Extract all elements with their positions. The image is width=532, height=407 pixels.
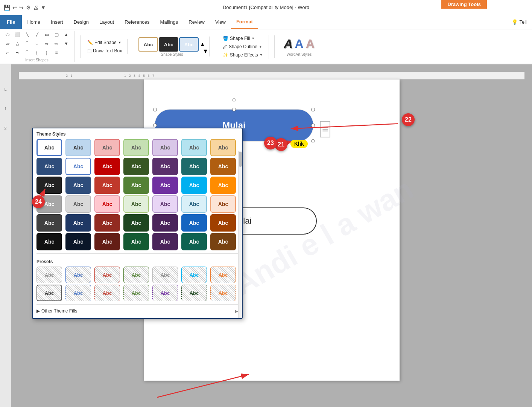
theme-swatch-g1[interactable]: Abc [36, 214, 62, 232]
theme-swatch-g3[interactable]: Abc [94, 214, 120, 232]
theme-swatch-d6[interactable]: Abc [181, 158, 207, 175]
preset-swatch-6[interactable]: Abc [181, 267, 207, 283]
theme-swatch-w4[interactable]: Abc [123, 139, 149, 156]
style-swatch-2[interactable]: Abc [159, 37, 178, 52]
wordart-sample-3[interactable]: A [306, 37, 315, 51]
theme-swatch-e2[interactable]: Abc [65, 177, 91, 194]
line2-btn[interactable]: ╱ [32, 31, 41, 38]
preset-swatch-2[interactable]: Abc [65, 267, 91, 283]
s4-btn[interactable]: { [32, 49, 41, 56]
theme-swatch-w7[interactable]: Abc [210, 139, 236, 156]
theme-swatch-d7[interactable]: Abc [210, 158, 236, 175]
text-box-btn[interactable]: ⬜ [13, 31, 22, 38]
expand-btn[interactable]: ▼ [62, 40, 71, 47]
s5-btn[interactable]: } [42, 49, 51, 56]
more-icon[interactable]: ▼ [41, 5, 46, 11]
line-btn[interactable]: ╲ [23, 31, 32, 38]
theme-swatch-e4[interactable]: Abc [123, 177, 149, 194]
theme-swatch-f6[interactable]: Abc [181, 195, 207, 213]
menu-review[interactable]: Review [183, 15, 210, 29]
scroll-thumb[interactable] [239, 152, 242, 167]
preset-swatch-14[interactable]: Abc [210, 285, 236, 301]
shape-fill-btn[interactable]: 🪣 Shape Fill ▼ [220, 35, 265, 42]
theme-swatch-h2[interactable]: Abc [65, 233, 91, 250]
theme-swatch-d3[interactable]: Abc [94, 158, 120, 175]
theme-swatch-h5[interactable]: Abc [152, 233, 178, 250]
preset-swatch-12[interactable]: Abc [152, 285, 178, 301]
theme-swatch-g5[interactable]: Abc [152, 214, 178, 232]
s3-btn[interactable]: ⌒ [23, 49, 32, 56]
handle-br[interactable] [311, 139, 315, 143]
menu-format[interactable]: Format [231, 15, 258, 29]
theme-swatch-g2[interactable]: Abc [65, 214, 91, 232]
oval-shape-btn[interactable]: ⬭ [3, 31, 12, 38]
theme-swatch-f2[interactable]: Abc [65, 195, 91, 213]
theme-swatch-w5[interactable]: Abc [152, 139, 178, 156]
theme-swatch-f7[interactable]: Abc [210, 195, 236, 213]
theme-swatch-e5[interactable]: Abc [152, 177, 178, 194]
theme-swatch-f3[interactable]: Abc [94, 195, 120, 213]
menu-insert[interactable]: Insert [46, 15, 68, 29]
theme-swatch-d4[interactable]: Abc [123, 158, 149, 175]
theme-swatch-d5[interactable]: Abc [152, 158, 178, 175]
theme-swatch-e7[interactable]: Abc [210, 177, 236, 194]
print-icon[interactable]: 🖨 [33, 5, 38, 11]
wordart-sample-2[interactable]: A [295, 37, 304, 51]
preset-swatch-3[interactable]: Abc [94, 267, 120, 283]
theme-swatch-e1[interactable]: Abc [36, 177, 62, 194]
preset-swatch-11[interactable]: Abc [123, 285, 149, 301]
tri-btn[interactable]: △ [13, 40, 22, 47]
rect2-btn[interactable]: ▱ [3, 40, 12, 47]
menu-mailings[interactable]: Mailings [155, 15, 184, 29]
layout-icon[interactable]: ≡ [320, 121, 330, 137]
preset-swatch-1[interactable]: Abc [36, 267, 62, 283]
theme-swatch-f4[interactable]: Abc [123, 195, 149, 213]
draw-text-box-btn[interactable]: ⬚ Draw Text Box [86, 47, 123, 54]
rrect-btn[interactable]: ▢ [52, 31, 61, 38]
s6-btn[interactable]: ≡ [52, 49, 61, 56]
theme-swatch-h4[interactable]: Abc [123, 233, 149, 250]
theme-swatch-d2[interactable]: Abc [65, 158, 91, 175]
theme-swatch-h3[interactable]: Abc [94, 233, 120, 250]
other-theme-fills-btn[interactable]: ▶ Other Theme Fills ▶ [33, 307, 242, 315]
s1-btn[interactable]: ⌐ [3, 49, 12, 56]
darrow-btn[interactable]: ⇨ [52, 40, 61, 47]
preset-swatch-10[interactable]: Abc [94, 285, 120, 301]
theme-swatch-e3[interactable]: Abc [94, 177, 120, 194]
handle-ml[interactable] [153, 123, 157, 127]
arrow-btn[interactable]: ⇒ [42, 40, 51, 47]
preset-swatch-8[interactable]: Abc [36, 285, 62, 301]
redo-icon[interactable]: ↪ [19, 5, 24, 11]
wordart-sample-1[interactable]: A [284, 37, 292, 51]
menu-tell[interactable]: 💡 Tell [506, 15, 532, 29]
handle-tr[interactable] [311, 108, 315, 111]
preset-swatch-13[interactable]: Abc [181, 285, 207, 301]
theme-swatch-h1[interactable]: Abc [36, 233, 62, 250]
shape-outline-btn[interactable]: 🖊 Shape Outline ▼ [220, 43, 265, 50]
menu-view[interactable]: View [210, 15, 231, 29]
s2-btn[interactable]: ¬ [13, 49, 22, 56]
dropdown-scrollbar[interactable] [238, 151, 242, 318]
menu-design[interactable]: Design [68, 15, 94, 29]
preset-swatch-9[interactable]: Abc [65, 285, 91, 301]
rect-btn[interactable]: ▭ [42, 31, 51, 38]
handle-tm[interactable] [232, 108, 236, 111]
theme-swatch-h7[interactable]: Abc [210, 233, 236, 250]
theme-swatch-g7[interactable]: Abc [210, 214, 236, 232]
theme-swatch-g4[interactable]: Abc [123, 214, 149, 232]
menu-layout[interactable]: Layout [94, 15, 119, 29]
more-shapes-btn[interactable]: ▲ [62, 31, 71, 38]
style-swatch-1[interactable]: Abc [138, 37, 158, 52]
theme-swatch-w3[interactable]: Abc [94, 139, 120, 156]
style-scroll-down[interactable]: ▼ [202, 48, 208, 55]
theme-swatch-w6[interactable]: Abc [181, 139, 207, 156]
theme-swatch-w1[interactable]: Abc [36, 139, 62, 156]
save-icon[interactable]: 💾 [4, 5, 10, 11]
theme-swatch-f5[interactable]: Abc [152, 195, 178, 213]
theme-swatch-h6[interactable]: Abc [181, 233, 207, 250]
style-swatch-3[interactable]: Abc [179, 37, 199, 52]
handle-mr[interactable] [311, 123, 315, 127]
custom-icon[interactable]: ⚙ [26, 5, 31, 11]
curve-btn[interactable]: ⌒ [23, 40, 32, 47]
theme-swatch-d1[interactable]: Abc [36, 158, 62, 175]
